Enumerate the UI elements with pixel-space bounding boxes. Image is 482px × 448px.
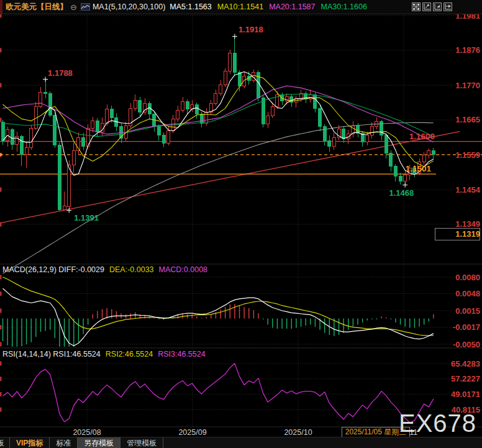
- bottom-tab-bar: 板 VIP指标 标准 另存模板 管理模板: [0, 437, 482, 448]
- tab-save-template[interactable]: 另存模板: [78, 437, 120, 448]
- svg-text:2025/08: 2025/08: [73, 428, 101, 437]
- svg-text:0.0048: 0.0048: [455, 289, 480, 298]
- svg-text:49.0171: 49.0171: [451, 390, 480, 399]
- tab-partial-template[interactable]: 板: [0, 437, 10, 448]
- svg-text:0.0080: 0.0080: [455, 273, 480, 282]
- scale-axis-icon[interactable]: [433, 2, 442, 11]
- svg-text:1.1600: 1.1600: [409, 132, 435, 141]
- symbol-title: 欧元美元【日线】: [6, 2, 68, 12]
- svg-text:57.2227: 57.2227: [451, 374, 480, 383]
- svg-text:1.1770: 1.1770: [455, 81, 480, 90]
- ma30-value: MA30:1.1606: [321, 2, 367, 11]
- svg-text:1.1665: 1.1665: [455, 115, 480, 124]
- svg-text:1.1918: 1.1918: [239, 25, 263, 34]
- trading-app-window: 1.17881.19181.13911.14681.16001.15011.19…: [0, 0, 482, 448]
- mini-chart-icon[interactable]: [81, 3, 90, 11]
- left-edge-sliver: [0, 0, 2, 14]
- tab-vip-indicators[interactable]: VIP指标: [10, 437, 50, 448]
- svg-text:65.4283: 65.4283: [451, 359, 480, 368]
- collapse-icon[interactable]: ⊖: [70, 2, 77, 12]
- tab-standard[interactable]: 标准: [50, 437, 78, 448]
- svg-text:1.1876: 1.1876: [455, 45, 480, 55]
- ma5-value: MA5:1.1563: [170, 2, 211, 11]
- top-toolbar: 欧元美元【日线】 ⊖ MA1(5,10,20,30,100) MA5:1.156…: [0, 0, 482, 14]
- chart-tool-buttons: [412, 2, 452, 11]
- ma-settings-label: MA1(5,10,20,30,100): [93, 2, 165, 11]
- svg-text:-0.0017: -0.0017: [453, 322, 480, 332]
- shift-axis-icon[interactable]: [443, 2, 452, 11]
- svg-text:1.1788: 1.1788: [48, 68, 73, 78]
- ma10-value: MA10:1.1541: [217, 2, 263, 11]
- svg-text:-0.0050: -0.0050: [453, 340, 480, 349]
- svg-text:1.1391: 1.1391: [74, 213, 99, 222]
- svg-text:1.1501: 1.1501: [406, 164, 432, 173]
- svg-text:1.1468: 1.1468: [389, 188, 414, 198]
- zoom-axis-icon[interactable]: [422, 2, 431, 11]
- svg-text:1.1454: 1.1454: [455, 185, 481, 194]
- svg-text:1.1319: 1.1319: [455, 229, 480, 239]
- svg-text:2025/09: 2025/09: [178, 428, 206, 437]
- svg-text:1.1559: 1.1559: [455, 150, 480, 160]
- svg-text:2025/10: 2025/10: [284, 428, 312, 437]
- tab-manage-template[interactable]: 管理模板: [120, 437, 163, 448]
- chart-canvas[interactable]: 1.17881.19181.13911.14681.16001.15011.19…: [0, 0, 482, 448]
- ma20-value: MA20:1.1587: [269, 2, 315, 11]
- current-date-label: 2025/11/05 星期三: [342, 427, 410, 437]
- svg-text:0.0015: 0.0015: [455, 306, 480, 316]
- crosshair-icon[interactable]: [412, 2, 421, 11]
- svg-text:40.8115: 40.8115: [452, 405, 480, 414]
- svg-text:1.1349: 1.1349: [455, 219, 480, 229]
